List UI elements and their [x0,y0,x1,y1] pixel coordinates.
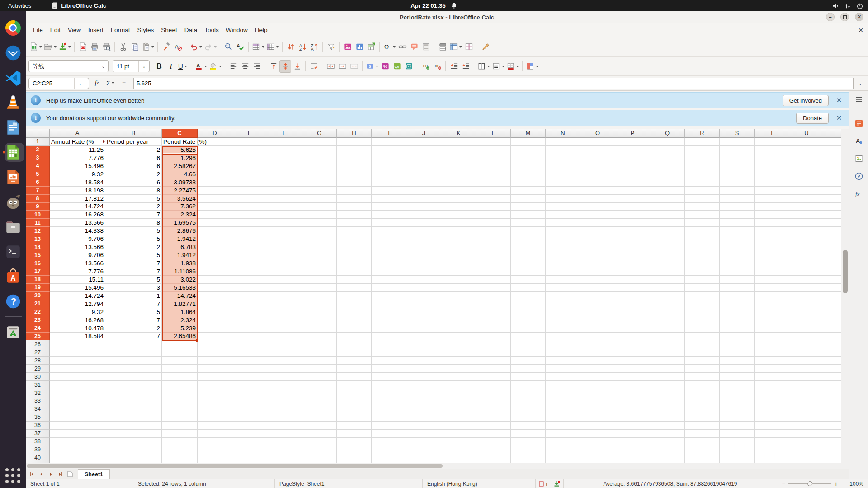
cell-H2[interactable] [337,146,372,154]
cell-M10[interactable] [511,211,546,219]
cell-P2[interactable] [615,146,650,154]
cell-T29[interactable] [755,365,789,373]
cell-O25[interactable] [580,333,615,341]
row-header-7[interactable]: 7 [26,187,50,195]
dock-item-help[interactable]: ? [2,289,24,314]
column-header-J[interactable]: J [406,129,441,138]
cell-C36[interactable] [162,422,198,430]
cell-T26[interactable] [755,340,789,348]
cell-E39[interactable] [232,446,267,454]
cell-L25[interactable] [476,333,511,341]
close-button[interactable]: ✕ [855,13,863,21]
cell-Q29[interactable] [650,365,685,373]
cell-P19[interactable] [615,284,650,292]
decrease-indent-button[interactable] [460,60,472,73]
cell-G30[interactable] [302,373,337,381]
cell-F20[interactable] [267,292,302,300]
cell-O14[interactable] [580,243,615,251]
cell-G26[interactable] [302,340,337,348]
cell-L26[interactable] [476,340,511,348]
page-style-status[interactable]: PageStyle_Sheet1 [275,479,423,488]
cell-P7[interactable] [615,187,650,195]
cell-T3[interactable] [755,154,789,162]
cell-M18[interactable] [511,276,546,284]
cell-G25[interactable] [302,333,337,341]
cell-P17[interactable] [615,267,650,276]
cell-N20[interactable] [546,292,580,300]
cell-partial-36[interactable] [824,422,841,430]
cell-B34[interactable] [105,405,162,413]
cell-B6[interactable]: 6 [105,178,162,187]
cell-B16[interactable]: 7 [105,259,162,267]
cell-D15[interactable] [198,251,232,259]
cell-E40[interactable] [232,454,267,462]
print-button[interactable] [89,41,100,53]
cell-partial-11[interactable] [824,219,841,227]
cell-K36[interactable] [441,422,476,430]
cell-K11[interactable] [441,219,476,227]
cell-M28[interactable] [511,357,546,365]
cell-T37[interactable] [755,430,789,438]
cell-C26[interactable] [162,340,198,348]
cell-S13[interactable] [720,235,755,243]
cell-F2[interactable] [267,146,302,154]
cell-Q37[interactable] [650,430,685,438]
comment-button[interactable] [408,41,420,53]
cell-N25[interactable] [546,333,580,341]
cell-U19[interactable] [789,284,824,292]
cell-C15[interactable]: 1.9412 [162,251,198,259]
cell-R17[interactable] [685,267,720,276]
menu-tools[interactable]: Tools [201,25,222,35]
cell-F27[interactable] [267,348,302,357]
chevron-down-icon[interactable] [199,46,202,48]
cell-R26[interactable] [685,340,720,348]
cell-I29[interactable] [372,365,406,373]
cell-P1[interactable] [615,138,650,146]
cell-P27[interactable] [615,348,650,357]
cell-M1[interactable] [511,138,546,146]
cell-H13[interactable] [337,235,372,243]
cell-H36[interactable] [337,422,372,430]
row-header-13[interactable]: 13 [26,235,50,243]
cell-U34[interactable] [789,405,824,413]
column-header-Q[interactable]: Q [650,129,685,138]
cell-A2[interactable]: 11.25 [50,146,105,154]
cell-I8[interactable] [372,195,406,203]
cell-N17[interactable] [546,267,580,276]
cell-Q19[interactable] [650,284,685,292]
save-button[interactable] [57,41,72,53]
cell-H20[interactable] [337,292,372,300]
zoom-slider-thumb[interactable] [807,481,812,486]
cell-P4[interactable] [615,162,650,170]
cell-T17[interactable] [755,267,789,276]
cell-R29[interactable] [685,365,720,373]
font-size-combo[interactable]: 11 pt ⌄ [113,60,150,72]
cell-F32[interactable] [267,389,302,397]
cell-J3[interactable] [406,154,441,162]
dock-item-vlc[interactable] [2,90,24,115]
cell-G1[interactable] [302,138,337,146]
cell-F38[interactable] [267,438,302,446]
cell-H1[interactable] [337,138,372,146]
cell-O27[interactable] [580,348,615,357]
cell-I17[interactable] [372,267,406,276]
clear-formatting-button[interactable]: A [172,41,184,53]
cell-H26[interactable] [337,340,372,348]
cell-A13[interactable]: 9.706 [50,235,105,243]
cell-H24[interactable] [337,324,372,333]
cell-N36[interactable] [546,422,580,430]
menu-styles[interactable]: Styles [134,25,158,35]
cell-L13[interactable] [476,235,511,243]
cell-M14[interactable] [511,243,546,251]
cell-M23[interactable] [511,316,546,324]
cell-E17[interactable] [232,267,267,276]
previous-sheet-icon[interactable] [37,470,46,479]
cell-partial-22[interactable] [824,308,841,316]
row-header-19[interactable]: 19 [26,284,50,292]
chevron-down-icon[interactable] [262,46,264,48]
cell-E19[interactable] [232,284,267,292]
cell-J35[interactable] [406,413,441,422]
cell-I4[interactable] [372,162,406,170]
cell-N15[interactable] [546,251,580,259]
cell-partial-6[interactable] [824,178,841,187]
